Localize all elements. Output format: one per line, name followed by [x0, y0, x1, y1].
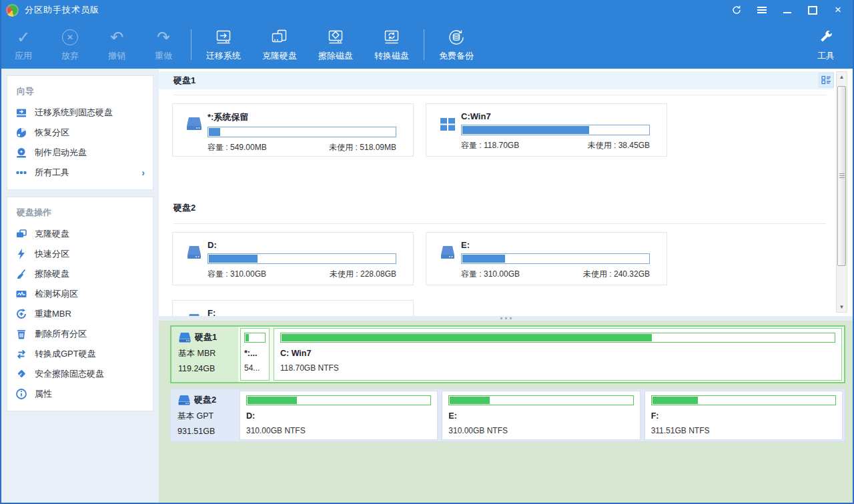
disk-convert-icon [382, 27, 402, 47]
clone-disk-button[interactable]: 克隆硬盘 [252, 24, 308, 65]
disk-erase-icon [326, 27, 346, 47]
disk-type: 基本 MBR [178, 348, 234, 359]
migrate-system-button[interactable]: 迁移系统 [195, 24, 252, 65]
chevron-right-icon: › [141, 167, 145, 178]
undo-button[interactable]: ↶ 撤销 [93, 24, 140, 65]
partition-size: 118.70GB NTFS [280, 363, 835, 373]
scroll-down-icon[interactable]: ▼ [837, 302, 847, 312]
sidebar-item-label: 安全擦除固态硬盘 [35, 368, 104, 380]
discard-label: 放弃 [61, 50, 79, 62]
sidebar-item-label: 克隆硬盘 [35, 228, 69, 240]
info-icon [15, 388, 27, 400]
tools-button[interactable]: 工具 [806, 24, 846, 65]
rebuild-icon [15, 308, 27, 320]
app-window: 分区助手技术员版 × ✓ 应用 ✕ 放弃 ↶ 撤销 ↷ [0, 0, 854, 504]
partition-block-system-reserved[interactable]: *:... 54... [240, 328, 270, 381]
capacity-label: 容量 : 310.00GB [461, 269, 520, 280]
erase-disk-label: 擦除磁盘 [318, 50, 353, 62]
minimize-button[interactable] [782, 5, 793, 15]
window-controls: × [731, 5, 843, 15]
windows-logo-icon [440, 117, 456, 131]
close-button[interactable]: × [833, 5, 843, 15]
partition-card-d[interactable]: D: 容量 : 310.00GB 未使用 : 228.08GB [172, 232, 414, 285]
disk-map-area: 硬盘1 *:系统保留 容量 : 549.00MB 未使用 : [159, 69, 853, 316]
sidebar-item-wipe-disk[interactable]: 擦除硬盘 [15, 264, 145, 284]
titlebar: 分区助手技术员版 × [0, 0, 854, 20]
convert-disk-button[interactable]: 转换磁盘 [364, 24, 420, 65]
sidebar-item-clone-disk[interactable]: 克隆硬盘 [15, 224, 145, 244]
partition-block-e[interactable]: E: 310.00GB NTFS [442, 391, 640, 440]
toolbar-separator [191, 29, 191, 60]
redo-button[interactable]: ↷ 重做 [140, 24, 187, 65]
partition-size: 311.51GB NTFS [651, 426, 836, 435]
tools-label: 工具 [817, 50, 835, 62]
usage-bar [461, 125, 650, 135]
discard-button[interactable]: ✕ 放弃 [47, 24, 93, 65]
lightning-icon [15, 248, 27, 260]
toolbar: ✓ 应用 ✕ 放弃 ↶ 撤销 ↷ 重做 迁移系统 [0, 20, 854, 69]
sidebar-item-all-tools[interactable]: 所有工具 › [15, 163, 145, 183]
menu-icon[interactable] [757, 5, 767, 15]
undo-icon: ↶ [110, 27, 123, 47]
broom-icon [15, 268, 27, 280]
partition-card-e[interactable]: E: 容量 : 310.00GB 未使用 : 240.32GB [426, 232, 667, 285]
disk-size: 931.51GB [177, 427, 234, 436]
usage-bar [246, 395, 431, 405]
disk-icon [440, 245, 456, 260]
backup-icon [446, 27, 466, 47]
sidebar-item-recover-partition[interactable]: 恢复分区 [15, 123, 145, 143]
scrollbar-thumb[interactable] [837, 86, 846, 266]
partition-card-system-reserved[interactable]: *:系统保留 容量 : 549.00MB 未使用 : 518.09MB [172, 103, 414, 157]
partition-name: *:系统保留 [207, 111, 396, 123]
sidebar-item-migrate-to-ssd[interactable]: 迁移系统到固态硬盘 [15, 103, 145, 123]
window-border-left [0, 0, 1, 504]
disk2-info: 硬盘2 基本 GPT 931.51GB [171, 389, 238, 441]
sidebar-item-check-bad-sectors[interactable]: 检测坏扇区 [15, 284, 145, 304]
partition-block-f[interactable]: F: 311.51GB NTFS [645, 391, 843, 440]
sidebar-item-label: 擦除硬盘 [35, 268, 69, 280]
sidebar-item-properties[interactable]: 属性 [15, 384, 145, 404]
disk2-strip[interactable]: 硬盘2 基本 GPT 931.51GB D: 310.00GB NTFS E: … [170, 389, 845, 442]
divider [173, 95, 826, 95]
usage-bar [280, 333, 835, 343]
apply-button[interactable]: ✓ 应用 [0, 24, 47, 65]
disk-name: 硬盘2 [194, 394, 216, 406]
usage-bar [651, 395, 836, 405]
sidebar-item-convert-to-gpt[interactable]: 转换成GPT硬盘 [15, 344, 145, 364]
sidebar-item-secure-erase-ssd[interactable]: 安全擦除固态硬盘 [15, 364, 145, 384]
convert-arrows-icon [15, 348, 27, 360]
disk1-title: 硬盘1 [173, 75, 195, 87]
partition-block-c-win7[interactable]: C: Win7 118.70GB NTFS [274, 328, 842, 381]
sidebar-item-label: 删除所有分区 [35, 328, 87, 340]
sidebar-item-quick-partition[interactable]: 快速分区 [15, 244, 145, 264]
sidebar-item-rebuild-mbr[interactable]: 重建MBR [15, 304, 145, 324]
wave-icon [15, 288, 27, 300]
partition-name: D: [207, 240, 396, 250]
vertical-scrollbar[interactable]: ▲ ▼ [836, 71, 847, 313]
sidebar-item-make-boot-disc[interactable]: 制作启动光盘 [15, 143, 145, 163]
partition-card-c-win7[interactable]: C:Win7 容量 : 118.70GB 未使用 : 38.45GB [426, 103, 667, 157]
scroll-up-icon[interactable]: ▲ [837, 72, 847, 82]
refresh-icon[interactable] [731, 5, 742, 15]
partition-block-d[interactable]: D: 310.00GB NTFS [240, 391, 438, 440]
usage-bar [244, 333, 266, 343]
free-backup-button[interactable]: 免费备份 [428, 24, 484, 65]
disk1-strip[interactable]: 硬盘1 基本 MBR 119.24GB *:... 54... C: Win7 … [170, 325, 845, 383]
disk1-partition-cards: *:系统保留 容量 : 549.00MB 未使用 : 518.09MB C:Wi… [172, 103, 853, 157]
app-logo-icon [6, 4, 19, 17]
partition-name: F: [651, 411, 836, 421]
partition-name: D: [246, 411, 431, 421]
view-toggle-button[interactable] [819, 73, 834, 87]
check-icon: ✓ [17, 27, 30, 47]
disk2-partition-cards: D: 容量 : 310.00GB 未使用 : 228.08GB E: [172, 232, 853, 285]
sidebar-item-delete-all-partitions[interactable]: 删除所有分区 [15, 324, 145, 344]
erase-disk-button[interactable]: 擦除磁盘 [308, 24, 364, 65]
disk1-header-band[interactable]: 硬盘1 [159, 71, 834, 89]
panel-splitter[interactable] [159, 316, 853, 321]
usage-bar [448, 395, 633, 405]
partition-card-f[interactable]: F: [172, 300, 414, 316]
partition-size: 310.00GB NTFS [246, 426, 431, 435]
disk-icon [186, 245, 202, 260]
maximize-button[interactable] [807, 5, 818, 15]
free-label: 未使用 : 38.45GB [588, 140, 650, 151]
